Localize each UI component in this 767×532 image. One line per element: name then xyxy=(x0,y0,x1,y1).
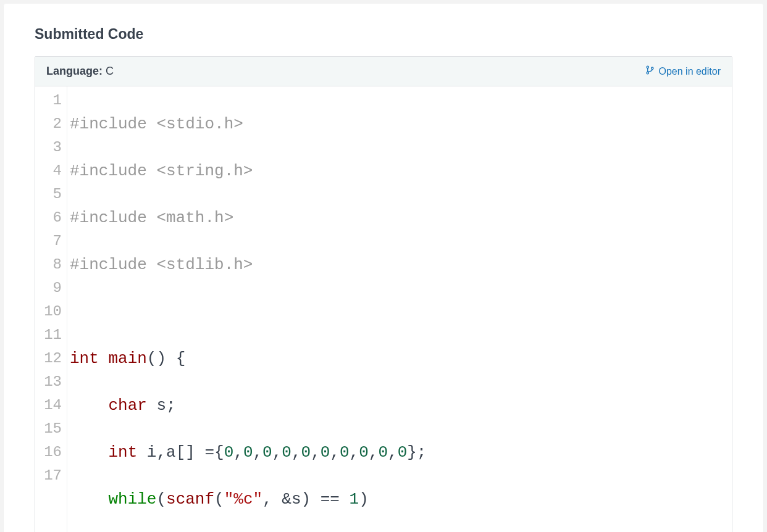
line-number: 1 xyxy=(35,89,62,112)
code-header: Language: C Open in editor xyxy=(35,57,732,86)
code-box: Language: C Open in editor xyxy=(35,56,732,532)
code-content[interactable]: #include <stdio.h> #include <string.h> #… xyxy=(67,86,732,532)
line-number: 6 xyxy=(35,206,62,230)
line-number: 5 xyxy=(35,183,62,206)
line-number: 9 xyxy=(35,276,62,300)
line-number: 12 xyxy=(35,347,62,370)
line-number: 11 xyxy=(35,323,62,347)
section-title: Submitted Code xyxy=(35,26,732,43)
svg-point-2 xyxy=(652,67,653,69)
open-in-editor-label: Open in editor xyxy=(658,66,721,77)
branch-icon xyxy=(645,65,655,77)
line-number: 13 xyxy=(35,370,62,394)
code-body: 1 2 3 4 5 6 7 8 9 10 11 12 13 14 15 16 1 xyxy=(35,86,732,532)
line-number: 16 xyxy=(35,441,62,464)
line-number: 14 xyxy=(35,394,62,417)
line-number-gutter: 1 2 3 4 5 6 7 8 9 10 11 12 13 14 15 16 1 xyxy=(35,86,67,532)
code-line: #include <stdlib.h> xyxy=(70,253,732,276)
open-in-editor-link[interactable]: Open in editor xyxy=(645,65,721,77)
code-line: while(scanf("%c", &s) == 1) xyxy=(70,488,732,511)
submitted-code-card: Submitted Code Language: C xyxy=(4,4,763,532)
language-value: C xyxy=(103,65,114,77)
code-line: #include <math.h> xyxy=(70,206,732,230)
line-number: 15 xyxy=(35,417,62,441)
line-number: 7 xyxy=(35,230,62,253)
line-number: 10 xyxy=(35,300,62,323)
language-display: Language: C xyxy=(46,65,114,78)
line-number: 2 xyxy=(35,112,62,136)
line-number: 4 xyxy=(35,159,62,183)
svg-point-1 xyxy=(647,72,649,74)
line-number: 3 xyxy=(35,136,62,159)
code-line xyxy=(70,300,732,323)
svg-point-0 xyxy=(647,66,649,68)
line-number: 17 xyxy=(35,464,62,488)
code-line: int main() { xyxy=(70,347,732,370)
language-label: Language: xyxy=(46,65,103,77)
line-number: 8 xyxy=(35,253,62,276)
code-line: #include <stdio.h> xyxy=(70,112,732,136)
code-line: #include <string.h> xyxy=(70,159,732,183)
code-line: int i,a[] ={0,0,0,0,0,0,0,0,0,0}; xyxy=(70,441,732,464)
code-line: char s; xyxy=(70,394,732,417)
